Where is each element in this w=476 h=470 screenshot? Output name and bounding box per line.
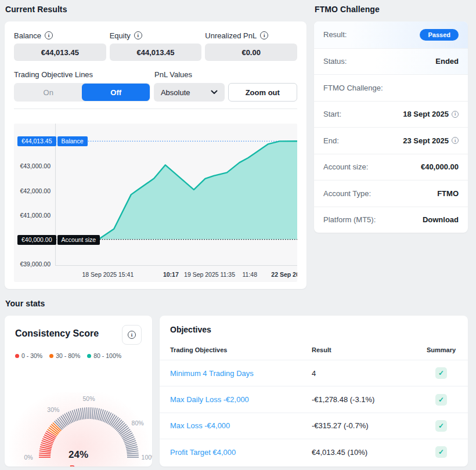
account-size-value: €40,000.00 bbox=[421, 162, 459, 171]
legend-dot-icon bbox=[15, 354, 19, 358]
end-label: End: bbox=[323, 136, 339, 145]
account-type-row: Account Type: FTMO bbox=[314, 180, 468, 207]
consistency-gauge: 0%30%50%80%100% 24% Poor bbox=[15, 360, 142, 462]
objectives-header: Trading Objectives Result Summary bbox=[160, 346, 468, 360]
account-size-label: Account size: bbox=[323, 162, 368, 171]
result-row: Result: Passed bbox=[314, 21, 468, 48]
legend-dot-icon bbox=[87, 354, 91, 358]
zoom-out-button[interactable]: Zoom out bbox=[228, 83, 297, 102]
page: Current Results Balance €44,013.45 Equit… bbox=[0, 0, 476, 470]
equity-label: Equity bbox=[110, 31, 131, 40]
table-row: Minimum 4 Trading Days 4 ✓ bbox=[160, 360, 468, 386]
y-axis-tick: €42,000.00 bbox=[20, 187, 51, 194]
unrealized-pnl-label: Unrealized PnL bbox=[205, 31, 257, 40]
x-axis-tick: 19 Sep 2025 11:35 bbox=[184, 271, 235, 278]
legend-item: 80 - 100% bbox=[87, 352, 121, 359]
col-summary: Summary bbox=[425, 346, 457, 353]
gauge-rating: Poor bbox=[70, 464, 87, 467]
ftmo-challenge-card: Result: Passed Status: Ended FTMO Challe… bbox=[314, 21, 468, 233]
toggle-on-button[interactable]: On bbox=[15, 84, 82, 101]
consistency-legend: 0 - 30%30 - 80%80 - 100% bbox=[15, 352, 142, 359]
equity-field: Equity €44,013.45 bbox=[110, 31, 202, 61]
info-icon[interactable] bbox=[45, 31, 53, 39]
start-label: Start: bbox=[323, 110, 341, 118]
chart-x-axis: 18 Sep 2025 15:4110:1719 Sep 2025 11:351… bbox=[55, 270, 297, 280]
unrealized-pnl-value: €0.00 bbox=[205, 44, 297, 61]
x-axis-tick: 18 Sep 2025 15:41 bbox=[82, 271, 134, 278]
gauge-value: 24% bbox=[68, 449, 88, 461]
equity-value: €44,013.45 bbox=[110, 44, 202, 61]
gauge-ticks bbox=[26, 360, 152, 462]
info-button[interactable] bbox=[122, 325, 142, 345]
account-size-marker: €40,000.00 Account size bbox=[17, 235, 100, 245]
info-icon[interactable] bbox=[134, 31, 142, 39]
objective-result: 4 bbox=[312, 369, 425, 378]
info-icon[interactable] bbox=[452, 111, 459, 118]
objective-link-min-trading-days[interactable]: Minimum 4 Trading Days bbox=[170, 369, 312, 378]
legend-item: 30 - 80% bbox=[49, 352, 80, 359]
check-icon: ✓ bbox=[435, 446, 447, 458]
check-icon: ✓ bbox=[435, 420, 447, 432]
col-result: Result bbox=[312, 346, 425, 353]
table-row: Max Daily Loss -€2,000 -€1,278.48 (-3.1%… bbox=[160, 386, 468, 412]
x-axis-tick: 10:17 bbox=[163, 271, 179, 278]
pnl-values-dropdown[interactable]: Absolute bbox=[154, 83, 225, 102]
account-marker-label: Account size bbox=[57, 235, 100, 245]
your-stats-title: Your stats bbox=[5, 299, 468, 308]
pnl-values-label: PnL Values bbox=[154, 70, 192, 79]
balance-marker-label: Balance bbox=[57, 136, 88, 146]
y-axis-tick: €41,000.00 bbox=[20, 212, 51, 219]
gauge-axis-label: 80% bbox=[132, 420, 144, 426]
ftmo-challenge-title: FTMO Challenge bbox=[315, 5, 468, 14]
x-axis-tick: 22 Sep 2025 bbox=[271, 271, 297, 278]
status-label: Status: bbox=[323, 57, 347, 66]
current-results-title: Current Results bbox=[5, 5, 306, 14]
x-axis-tick: 11:48 bbox=[243, 271, 258, 278]
account-type-value: FTMO bbox=[437, 189, 459, 198]
table-row: Max Loss -€4,000 -€315.27 (-0.7%) ✓ bbox=[160, 413, 468, 439]
gauge-axis-label: 0% bbox=[24, 454, 33, 461]
info-icon bbox=[128, 331, 136, 339]
start-row: Start: 18 Sept 2025 bbox=[314, 101, 468, 128]
end-row: End: 23 Sept 2025 bbox=[314, 127, 468, 154]
gauge-axis-label: 30% bbox=[47, 406, 59, 413]
balance-marker: €44,013.45 Balance bbox=[17, 136, 88, 146]
objectives-card: Objectives Trading Objectives Result Sum… bbox=[160, 316, 468, 467]
trading-objective-lines-label: Trading Objective Lines bbox=[14, 70, 154, 79]
consistency-score-title: Consistency Score bbox=[15, 328, 99, 339]
pnl-values-selected: Absolute bbox=[161, 88, 190, 97]
objective-link-max-daily-loss[interactable]: Max Daily Loss -€2,000 bbox=[170, 395, 312, 404]
account-marker-value: €40,000.00 bbox=[17, 235, 56, 245]
end-value: 23 Sept 2025 bbox=[403, 136, 449, 145]
legend-dot-icon bbox=[49, 354, 53, 358]
ftmo-challenge-label: FTMO Challenge: bbox=[323, 84, 383, 92]
balance-chart[interactable]: €43,000.00€42,000.00€41,000.00€39,000.00… bbox=[14, 124, 297, 282]
account-type-label: Account Type: bbox=[323, 189, 371, 198]
objective-link-max-loss[interactable]: Max Loss -€4,000 bbox=[170, 421, 312, 430]
info-icon[interactable] bbox=[452, 137, 459, 144]
y-axis-tick: €39,000.00 bbox=[20, 261, 51, 267]
objective-link-profit-target[interactable]: Profit Target €4,000 bbox=[170, 448, 312, 457]
col-trading-objectives: Trading Objectives bbox=[170, 346, 312, 353]
divider bbox=[14, 109, 297, 109]
platform-label: Platform (MT5): bbox=[323, 215, 376, 224]
start-value: 18 Sept 2025 bbox=[403, 110, 449, 118]
consistency-score-card: Consistency Score 0 - 30%30 - 80%80 - 10… bbox=[5, 316, 152, 467]
trading-objective-lines-toggle: On Off bbox=[14, 83, 150, 102]
account-size-row: Account size: €40,000.00 bbox=[314, 154, 468, 180]
objective-result: €4,013.45 (10%) bbox=[312, 448, 425, 457]
objective-result: -€315.27 (-0.7%) bbox=[312, 421, 425, 430]
toggle-off-button[interactable]: Off bbox=[82, 84, 149, 101]
info-icon[interactable] bbox=[260, 31, 268, 39]
chevron-down-icon bbox=[211, 90, 218, 95]
gauge-axis-label: 50% bbox=[82, 395, 95, 402]
objectives-title: Objectives bbox=[160, 325, 468, 334]
balance-field: Balance €44,013.45 bbox=[14, 31, 106, 61]
platform-download-link[interactable]: Download bbox=[423, 215, 459, 224]
balance-label: Balance bbox=[14, 31, 41, 40]
check-icon: ✓ bbox=[435, 394, 447, 406]
balance-marker-value: €44,013.45 bbox=[17, 136, 56, 146]
check-icon: ✓ bbox=[435, 367, 447, 379]
unrealized-pnl-field: Unrealized PnL €0.00 bbox=[205, 31, 297, 61]
balance-value: €44,013.45 bbox=[14, 44, 106, 61]
